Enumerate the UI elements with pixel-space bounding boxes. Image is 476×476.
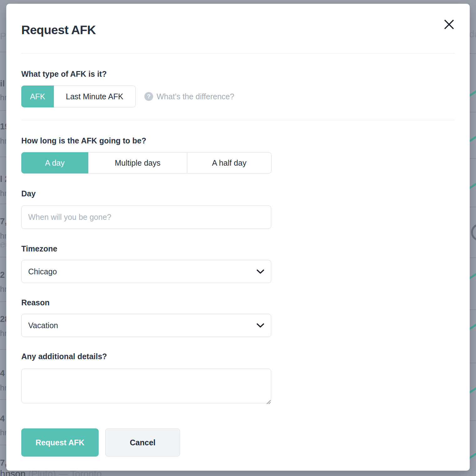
bg-row-divider xyxy=(470,158,476,159)
timezone-select[interactable]: Chicago xyxy=(21,260,271,283)
duration-segmented-control: A day Multiple days A half day xyxy=(21,152,272,173)
afk-type-segmented-control: AFK Last Minute AFK xyxy=(21,85,136,107)
section-divider xyxy=(21,53,455,54)
bg-text-fragment: 2 xyxy=(0,271,5,279)
close-button[interactable] xyxy=(442,18,456,31)
bg-text-fragment: hr xyxy=(0,189,7,197)
day-label: Day xyxy=(21,189,36,198)
bg-row-divider xyxy=(470,420,476,421)
bg-text-fragment: hr xyxy=(0,94,7,101)
section-divider xyxy=(21,120,455,120)
afk-type-option-last-minute[interactable]: Last Minute AFK xyxy=(54,86,135,107)
chevron-down-icon xyxy=(256,323,264,328)
chevron-down-icon xyxy=(256,269,264,274)
cancel-button[interactable]: Cancel xyxy=(105,428,180,457)
day-input[interactable] xyxy=(21,205,271,229)
help-text: What’s the difference? xyxy=(157,92,234,101)
bg-row-divider xyxy=(470,257,476,258)
bg-row-divider xyxy=(470,112,476,112)
bg-row-divider xyxy=(470,207,476,207)
details-label: Any additional details? xyxy=(21,352,107,361)
bg-text-fragment: 4 xyxy=(0,369,5,378)
close-icon xyxy=(444,19,454,30)
bg-row-divider xyxy=(0,52,6,52)
type-section-label: What type of AFK is it? xyxy=(21,70,107,79)
bg-text-fragment: hr xyxy=(0,384,7,392)
bg-row-divider xyxy=(0,301,6,302)
bg-row-divider xyxy=(0,110,6,111)
timezone-label: Timezone xyxy=(21,244,57,253)
bg-text-fragment: hr xyxy=(0,329,7,337)
bg-text-fragment: 4 xyxy=(0,415,5,423)
bg-text-fragment: P xyxy=(0,31,6,41)
reason-label: Reason xyxy=(21,298,49,307)
duration-section-label: How long is the AFK going to be? xyxy=(21,136,146,145)
type-help[interactable]: ? What’s the difference? xyxy=(144,88,234,105)
bg-text-fragment: hr xyxy=(0,285,7,293)
bg-text-fragment: da xyxy=(469,29,476,39)
bg-text-fragment: hr xyxy=(0,429,7,437)
bg-row-divider xyxy=(0,257,6,257)
bg-row-divider xyxy=(0,204,6,204)
bg-row-divider xyxy=(0,157,6,157)
request-afk-modal: Request AFK What type of AFK is it? AFK … xyxy=(6,4,470,471)
bg-avatar-circle xyxy=(471,224,476,241)
reason-select[interactable]: Vacation xyxy=(21,314,271,337)
duration-option-multiple-days[interactable]: Multiple days xyxy=(88,153,187,173)
details-textarea[interactable] xyxy=(21,369,271,403)
duration-option-a-day[interactable]: A day xyxy=(21,152,88,173)
question-mark-icon: ? xyxy=(144,92,153,101)
timezone-value: Chicago xyxy=(28,267,256,276)
afk-type-option-afk[interactable]: AFK xyxy=(21,85,54,107)
bg-row-divider xyxy=(470,53,476,54)
bg-text-fragment: hr xyxy=(0,137,7,145)
request-afk-submit-button[interactable]: Request AFK xyxy=(21,428,99,457)
bg-row-divider xyxy=(0,349,6,350)
bg-row-divider xyxy=(470,363,476,363)
reason-value: Vacation xyxy=(28,321,256,330)
duration-option-half-day[interactable]: A half day xyxy=(187,153,271,173)
bg-row-divider xyxy=(0,445,6,445)
bg-row-divider xyxy=(470,309,476,310)
bg-row-divider xyxy=(0,399,6,400)
modal-title: Request AFK xyxy=(21,23,96,37)
